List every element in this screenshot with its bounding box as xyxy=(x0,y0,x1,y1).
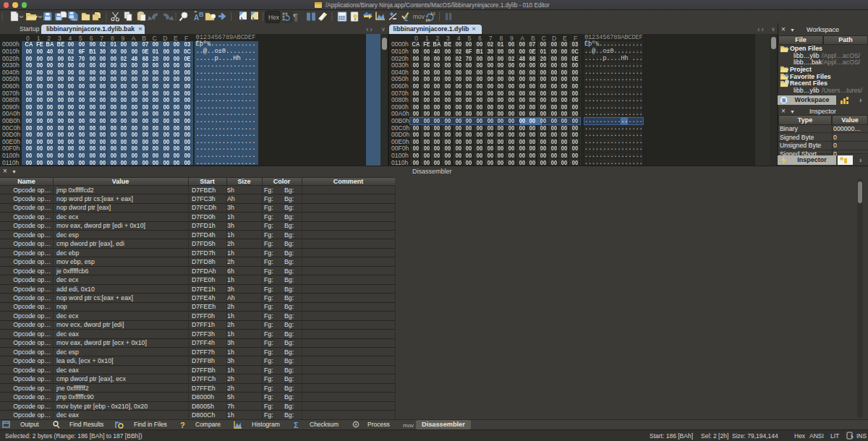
svg-text:Hex: Hex xyxy=(268,13,280,20)
svg-text:B: B xyxy=(199,11,204,18)
svg-text:¶: ¶ xyxy=(293,12,298,22)
svg-text:Σ: Σ xyxy=(404,15,409,22)
svg-text:?: ? xyxy=(180,421,185,429)
svg-text:Σ: Σ xyxy=(294,421,299,429)
svg-text:16: 16 xyxy=(425,18,430,22)
svg-text:mov: mov xyxy=(413,13,425,20)
svg-text:mov: mov xyxy=(403,422,414,429)
svg-text:10: 10 xyxy=(430,12,435,16)
